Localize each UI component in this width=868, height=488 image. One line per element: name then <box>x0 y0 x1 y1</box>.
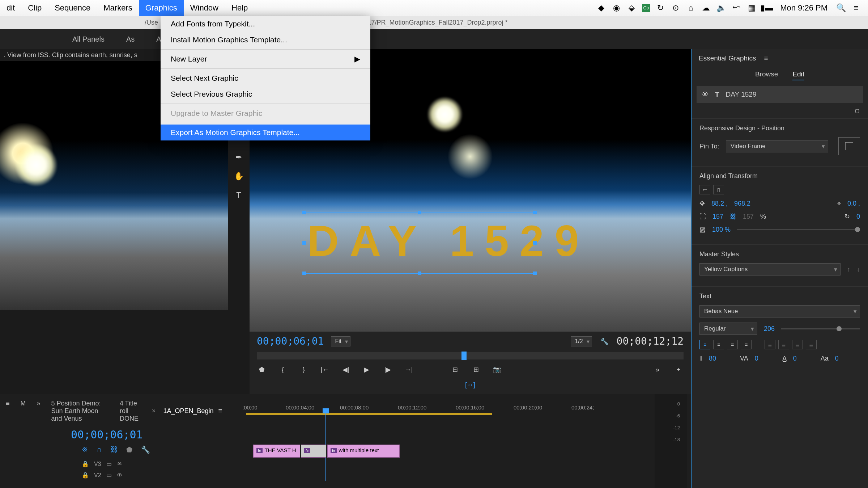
play-button[interactable]: ▶ <box>362 365 372 375</box>
menu-help[interactable]: Help <box>225 0 254 16</box>
justify-all-button[interactable]: ≣ <box>806 340 817 349</box>
eye-icon[interactable]: 👁 <box>117 461 123 467</box>
clock[interactable]: Mon 9:26 PM <box>777 3 830 13</box>
rotation-value[interactable]: 0 <box>856 213 860 220</box>
kerning-value[interactable]: 0 <box>755 355 758 362</box>
status-icon[interactable]: ⊙ <box>671 3 680 13</box>
position-x[interactable]: 88.2 , <box>711 200 728 207</box>
export-frame-button[interactable]: 📷 <box>492 365 502 375</box>
justify-left-button[interactable]: ≣ <box>765 340 775 349</box>
program-resolution-dropdown[interactable]: 1/2 <box>571 336 592 346</box>
sync-up-icon[interactable]: ↑ <box>847 266 850 273</box>
go-in-button[interactable]: |← <box>320 365 330 375</box>
master-style-dropdown[interactable]: Yellow Captions <box>699 263 841 275</box>
clip-gap[interactable]: fx <box>301 445 326 458</box>
timeline-overflow[interactable]: » <box>37 400 41 422</box>
timeline-ruler[interactable]: ;00;00 00;00;04;00 00;00;08;00 00;00;12;… <box>228 394 691 412</box>
step-fwd-button[interactable]: |▶ <box>383 365 393 375</box>
creative-cloud-icon[interactable]: ◉ <box>612 3 621 13</box>
battery-icon[interactable]: ▮▬ <box>762 3 771 13</box>
wifi-icon[interactable]: ⬿ <box>732 3 741 13</box>
align-justify-button[interactable]: ≡ <box>741 340 752 349</box>
align-center-button[interactable]: ≡ <box>713 340 724 349</box>
app-icon[interactable]: Cb <box>642 4 650 12</box>
home-icon[interactable]: ⌂ <box>686 3 695 13</box>
type-tool[interactable]: T <box>233 189 245 201</box>
menu-sequence[interactable]: Sequence <box>48 0 97 16</box>
workspace-assembly[interactable]: As <box>126 35 135 43</box>
program-overflow[interactable]: » <box>652 365 663 375</box>
timeline-timecode[interactable]: 00;00;06;01 <box>6 428 222 441</box>
menu-add-fonts[interactable]: Add Fonts from Typekit... <box>161 16 370 32</box>
menu-install-template[interactable]: Install Motion Graphics Template... <box>161 32 370 48</box>
lock-icon[interactable]: 🔒 <box>82 472 89 479</box>
magnet-button[interactable]: ∩ <box>97 445 102 454</box>
comparison-view-button[interactable]: [↔] <box>465 380 475 390</box>
pin-to-dropdown[interactable]: Video Frame <box>726 140 828 152</box>
pen-tool[interactable]: ✒ <box>233 151 245 164</box>
position-y[interactable]: 968.2 <box>734 200 750 207</box>
timeline-tracks-area[interactable]: ;00;00 00;00;04;00 00;00;08;00 00;00;12;… <box>228 394 691 488</box>
out-point-button[interactable]: } <box>299 365 309 375</box>
font-weight-dropdown[interactable]: Regular <box>699 323 757 335</box>
evernote-icon[interactable]: ◆ <box>596 3 606 13</box>
spotlight-icon[interactable]: 🔍 <box>836 3 846 13</box>
sequence-tab-2[interactable]: × 1A_OPEN_Begin ≡ <box>152 400 222 422</box>
lift-button[interactable]: ⊟ <box>450 365 460 375</box>
anchor-value[interactable]: 0.0 , <box>847 200 860 207</box>
menu-clip[interactable]: Clip <box>21 0 48 16</box>
layer-row[interactable]: 👁 T DAY 1529 <box>697 86 863 103</box>
opacity-value[interactable]: 100 % <box>712 226 731 234</box>
sequence-tab-1[interactable]: 4 Title roll DONE <box>120 400 141 422</box>
align-vertical-button[interactable]: ▯ <box>713 185 724 194</box>
eye-icon[interactable]: 👁 <box>117 472 123 479</box>
track-v2[interactable]: 🔒V2▭👁 <box>6 470 222 481</box>
sync-down-icon[interactable]: ↓ <box>857 266 860 273</box>
clip-multiple-text[interactable]: fxwith multiple text <box>327 445 400 458</box>
work-area-bar[interactable] <box>246 413 492 415</box>
track-v3[interactable]: 🔒V3▭👁 <box>6 458 222 470</box>
font-dropdown[interactable]: Bebas Neue <box>699 305 860 317</box>
go-out-button[interactable]: →| <box>404 365 414 375</box>
tracking-value[interactable]: 80 <box>709 355 716 362</box>
menu-new-layer[interactable]: New Layer▶ <box>161 51 370 67</box>
linked-selection-button[interactable]: ⛓ <box>110 445 118 454</box>
wrench-icon[interactable]: 🔧 <box>599 336 609 346</box>
justify-right-button[interactable]: ≣ <box>792 340 803 349</box>
font-size[interactable]: 206 <box>764 325 775 333</box>
opacity-slider[interactable] <box>737 229 860 230</box>
snap-button[interactable]: ※ <box>82 445 88 454</box>
align-left-button[interactable]: ≡ <box>699 340 710 349</box>
program-scrubber[interactable] <box>257 352 684 359</box>
clip-the-vast[interactable]: fxTHE VAST H <box>253 445 300 458</box>
baseline-value[interactable]: 0 <box>793 355 797 362</box>
marker-button[interactable]: ⬟ <box>126 445 132 454</box>
sequence-tab-0[interactable]: 5 Position Demo: Sun Earth Moon and Venu… <box>51 400 109 422</box>
in-point-button[interactable]: { <box>278 365 288 375</box>
wrench-button[interactable]: 🔧 <box>141 445 150 454</box>
menu-markers[interactable]: Markers <box>97 0 139 16</box>
add-button[interactable]: + <box>673 365 684 375</box>
leading-value[interactable]: 0 <box>835 355 839 362</box>
program-fit-dropdown[interactable]: Fit <box>331 336 350 346</box>
font-size-slider[interactable] <box>781 328 860 329</box>
link-icon[interactable]: ⛓ <box>730 213 736 220</box>
align-right-button[interactable]: ≡ <box>727 340 738 349</box>
selection-box[interactable] <box>304 212 535 274</box>
justify-center-button[interactable]: ≣ <box>778 340 789 349</box>
hand-tool[interactable]: ✋ <box>233 170 245 182</box>
menu-export-mogrt[interactable]: Export As Motion Graphics Template... <box>161 125 370 140</box>
sync-icon[interactable]: ↻ <box>656 3 665 13</box>
dropbox-icon[interactable]: ⬙ <box>627 3 636 13</box>
date-icon[interactable]: ▦ <box>747 3 756 13</box>
scale-w[interactable]: 157 <box>712 213 723 220</box>
menu-window[interactable]: Window <box>184 0 225 16</box>
eye-icon[interactable]: 👁 <box>702 91 709 98</box>
menu-select-next[interactable]: Select Next Graphic <box>161 70 370 86</box>
lock-icon[interactable]: 🔒 <box>82 460 89 467</box>
cloud-upload-icon[interactable]: ☁ <box>701 3 711 13</box>
menu-edit[interactable]: dit <box>0 0 21 16</box>
new-layer-icon[interactable]: ▢ <box>855 108 859 113</box>
menu-select-prev[interactable]: Select Previous Graphic <box>161 86 370 102</box>
pin-widget[interactable] <box>838 137 860 155</box>
